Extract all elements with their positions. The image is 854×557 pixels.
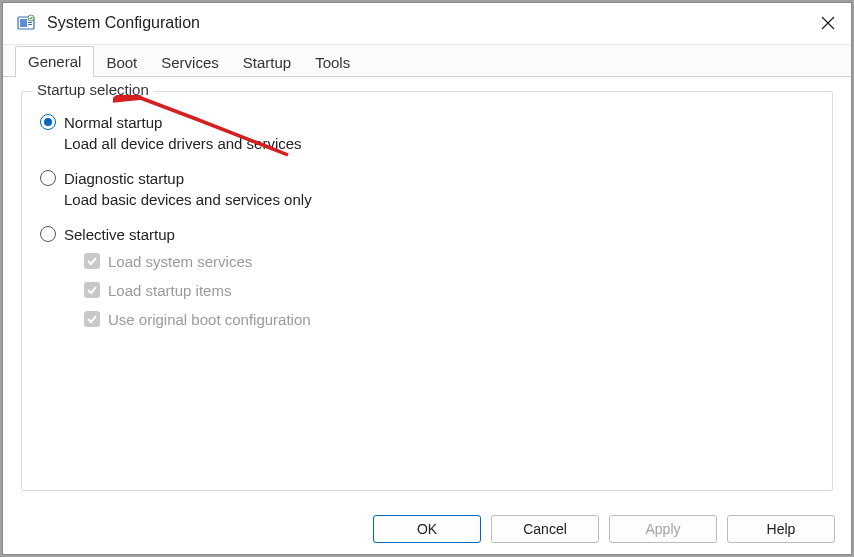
group-startup-selection: Startup selection Normal startup Load al… — [21, 91, 833, 491]
group-legend: Startup selection — [32, 81, 154, 98]
tab-tools[interactable]: Tools — [303, 48, 362, 77]
tab-boot[interactable]: Boot — [94, 48, 149, 77]
radio-desc: Load all device drivers and services — [64, 135, 814, 152]
checkbox-use-original-boot-config — [84, 311, 100, 327]
check-row: Load system services — [84, 253, 814, 270]
radio-normal-startup[interactable] — [40, 114, 56, 130]
close-button[interactable] — [805, 3, 851, 44]
check-label: Load system services — [108, 253, 252, 270]
button-bar: OK Cancel Apply Help — [3, 505, 851, 554]
radio-label: Normal startup — [64, 114, 162, 131]
check-label: Load startup items — [108, 282, 231, 299]
ok-button[interactable]: OK — [373, 515, 481, 543]
checkbox-load-startup-items — [84, 282, 100, 298]
tab-general[interactable]: General — [15, 46, 94, 77]
radio-block-selective: Selective startup — [40, 226, 814, 243]
tab-startup[interactable]: Startup — [231, 48, 303, 77]
check-row: Use original boot configuration — [84, 311, 814, 328]
check-label: Use original boot configuration — [108, 311, 311, 328]
app-icon — [17, 14, 37, 32]
close-icon — [821, 16, 835, 30]
radio-label: Selective startup — [64, 226, 175, 243]
radio-block-diagnostic: Diagnostic startup Load basic devices an… — [40, 170, 814, 208]
radio-block-normal: Normal startup Load all device drivers a… — [40, 114, 814, 152]
titlebar: System Configuration — [3, 3, 851, 45]
selective-options: Load system services Load startup items … — [84, 253, 814, 328]
window-title: System Configuration — [47, 14, 805, 32]
checkmark-icon — [86, 313, 98, 325]
svg-rect-2 — [28, 22, 32, 23]
checkmark-icon — [86, 284, 98, 296]
apply-button: Apply — [609, 515, 717, 543]
checkbox-load-system-services — [84, 253, 100, 269]
window: System Configuration General Boot Servic… — [2, 2, 852, 555]
radio-diagnostic-startup[interactable] — [40, 170, 56, 186]
check-row: Load startup items — [84, 282, 814, 299]
tab-services[interactable]: Services — [149, 48, 231, 77]
cancel-button[interactable]: Cancel — [491, 515, 599, 543]
svg-rect-1 — [20, 19, 27, 27]
help-button[interactable]: Help — [727, 515, 835, 543]
tab-panel: Startup selection Normal startup Load al… — [3, 77, 851, 505]
radio-desc: Load basic devices and services only — [64, 191, 814, 208]
tab-bar: General Boot Services Startup Tools — [3, 45, 851, 77]
radio-selective-startup[interactable] — [40, 226, 56, 242]
radio-label: Diagnostic startup — [64, 170, 184, 187]
checkmark-icon — [86, 255, 98, 267]
svg-rect-3 — [28, 24, 32, 25]
